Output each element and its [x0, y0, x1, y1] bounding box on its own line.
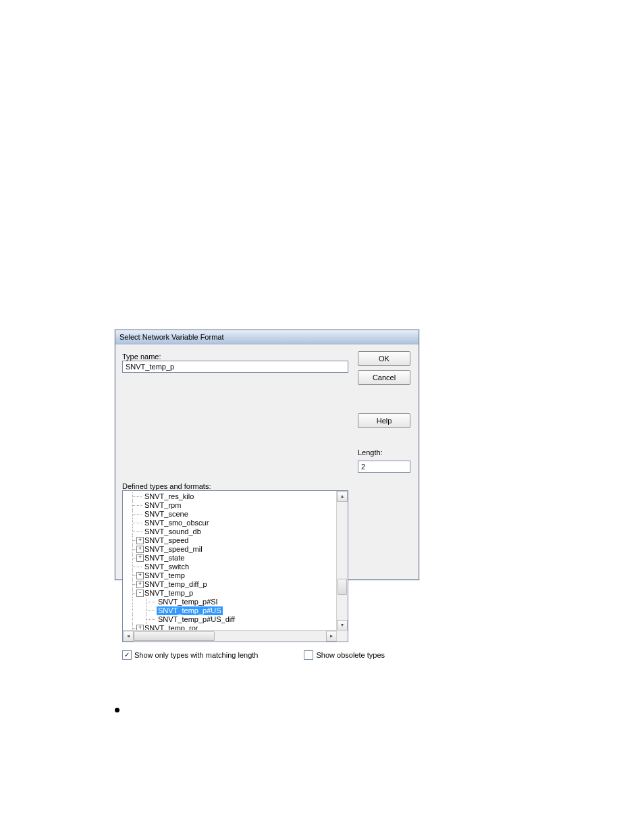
tree-item-label: SNVT_speed_mil	[143, 545, 204, 554]
length-label: Length:	[358, 447, 412, 457]
expand-icon[interactable]: +	[136, 581, 144, 588]
tree-item-label: SNVT_temp	[143, 571, 186, 580]
tree-item[interactable]: SNVT_smo_obscur	[123, 519, 348, 527]
type-name-label: Type name:	[122, 351, 348, 361]
tree-item[interactable]: +SNVT_temp	[123, 571, 348, 580]
tree-item[interactable]: +SNVT_speed	[123, 536, 348, 545]
expand-icon[interactable]: +	[136, 546, 144, 553]
tree-item-label: SNVT_switch	[143, 563, 190, 571]
vertical-scrollbar[interactable]: ▴ ▾	[336, 491, 348, 631]
tree-item-label: SNVT_sound_db	[143, 527, 203, 536]
show-matching-length-checkbox[interactable]: ✓	[122, 650, 132, 660]
length-input[interactable]	[358, 461, 410, 473]
show-obsolete-types-checkbox[interactable]	[304, 650, 313, 660]
select-nv-format-dialog: Select Network Variable Format Type name…	[115, 330, 419, 580]
scroll-up-button[interactable]: ▴	[337, 491, 348, 502]
ok-button[interactable]: OK	[358, 351, 410, 366]
tree-item-label: SNVT_speed	[143, 536, 190, 545]
horizontal-scroll-thumb[interactable]	[134, 631, 215, 641]
tree-item[interactable]: +SNVT_temp_diff_p	[123, 580, 348, 589]
tree-item-label: SNVT_temp_p#US_diff	[157, 615, 236, 624]
dialog-title: Select Network Variable Format	[115, 330, 419, 344]
tree-item[interactable]: SNVT_scene	[123, 510, 348, 519]
tree-item[interactable]: SNVT_rpm	[123, 501, 348, 510]
scroll-down-button[interactable]: ▾	[337, 620, 348, 631]
tree-item[interactable]: SNVT_switch	[123, 563, 348, 571]
defined-types-label: Defined types and formats:	[122, 481, 348, 490]
show-matching-length-label: Show only types with matching length	[134, 651, 258, 659]
horizontal-scrollbar[interactable]: ◂ ▸	[123, 630, 337, 642]
tree-item-label: SNVT_temp_p#US	[157, 606, 223, 615]
tree-item[interactable]: +SNVT_state	[123, 554, 348, 563]
type-tree[interactable]: SNVT_res_kiloSNVT_rpmSNVT_sceneSNVT_smo_…	[122, 490, 348, 642]
bullet-icon	[115, 708, 119, 712]
show-obsolete-types-label: Show obsolete types	[316, 651, 385, 659]
expand-icon[interactable]: +	[136, 554, 144, 562]
collapse-icon[interactable]: -	[136, 590, 144, 597]
tree-item-label: SNVT_scene	[143, 510, 190, 519]
tree-item-label: SNVT_temp_p	[143, 589, 194, 598]
tree-item-label: SNVT_temp_p#SI	[157, 598, 219, 606]
tree-item[interactable]: -SNVT_temp_p	[123, 589, 348, 598]
tree-item[interactable]: SNVT_temp_p#US	[123, 606, 348, 615]
tree-item[interactable]: SNVT_temp_p#US_diff	[123, 615, 348, 624]
vertical-scroll-thumb[interactable]	[338, 579, 347, 595]
expand-icon[interactable]: +	[136, 537, 144, 544]
tree-item-label: SNVT_smo_obscur	[143, 519, 210, 527]
tree-item-label: SNVT_state	[143, 554, 186, 563]
tree-item[interactable]: SNVT_res_kilo	[123, 492, 348, 501]
help-button[interactable]: Help	[358, 413, 410, 428]
scroll-left-button[interactable]: ◂	[123, 631, 134, 642]
tree-item[interactable]: SNVT_temp_p#SI	[123, 598, 348, 606]
tree-item[interactable]: SNVT_sound_db	[123, 527, 348, 536]
tree-item-label: SNVT_res_kilo	[143, 492, 195, 501]
cancel-button[interactable]: Cancel	[358, 370, 410, 385]
tree-item-label: SNVT_rpm	[143, 501, 182, 510]
scroll-corner	[336, 630, 348, 642]
expand-icon[interactable]: +	[136, 572, 144, 579]
scroll-right-button[interactable]: ▸	[326, 631, 337, 642]
tree-item[interactable]: +SNVT_speed_mil	[123, 545, 348, 554]
tree-item-label: SNVT_temp_diff_p	[143, 580, 209, 589]
type-name-input[interactable]	[122, 361, 348, 373]
